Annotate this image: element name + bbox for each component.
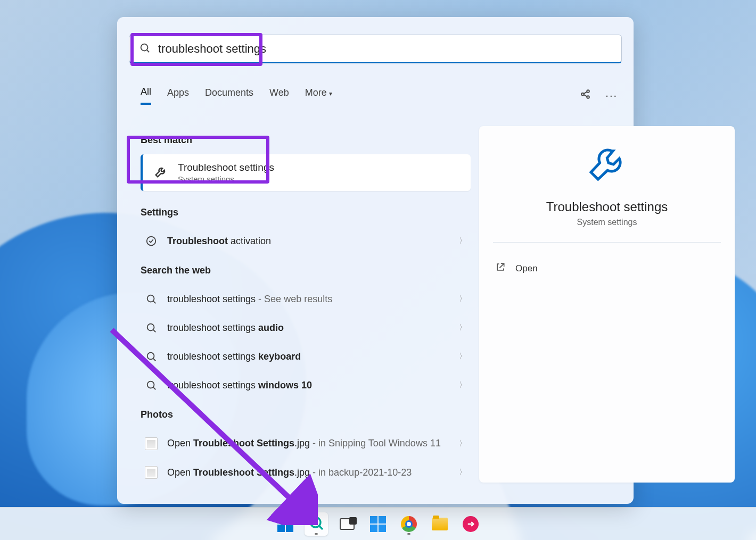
- svg-point-8: [147, 295, 154, 302]
- chevron-right-icon: 〉: [459, 352, 466, 361]
- chevron-right-icon: 〉: [459, 323, 466, 333]
- settings-result[interactable]: Troubleshoot activation 〉: [141, 227, 471, 255]
- svg-point-17: [310, 517, 321, 527]
- task-view-button[interactable]: [335, 512, 359, 536]
- web-result-text: troubleshoot settings audio: [167, 321, 449, 335]
- section-photos: Photos: [141, 409, 471, 420]
- preview-subtitle: System settings: [577, 218, 637, 227]
- svg-point-10: [147, 324, 154, 331]
- svg-point-14: [147, 381, 154, 388]
- start-search-panel: All Apps Documents Web More▾ ··· Best ma…: [117, 17, 634, 504]
- best-match-title: Troubleshoot settings: [178, 162, 274, 173]
- preview-title: Troubleshoot settings: [546, 200, 668, 214]
- svg-point-7: [147, 237, 156, 246]
- svg-line-5: [584, 92, 587, 94]
- chevron-right-icon: 〉: [459, 294, 466, 304]
- best-match-result[interactable]: Troubleshoot settings System settings: [141, 154, 471, 191]
- svg-line-15: [153, 388, 155, 390]
- web-result[interactable]: troubleshoot settings audio 〉: [141, 313, 471, 342]
- settings-result-text: Troubleshoot activation: [167, 234, 449, 248]
- chevron-down-icon: ▾: [329, 90, 332, 97]
- tab-more[interactable]: More▾: [305, 87, 332, 104]
- more-icon[interactable]: ···: [605, 89, 618, 102]
- search-tabs: All Apps Documents Web More▾ ···: [141, 86, 618, 105]
- image-thumb-icon: [145, 466, 158, 479]
- section-search-web: Search the web: [141, 265, 471, 276]
- section-settings: Settings: [141, 207, 471, 218]
- wrench-icon: [153, 164, 168, 181]
- search-icon: [145, 322, 158, 334]
- open-action[interactable]: Open: [493, 257, 721, 279]
- widgets-button[interactable]: [366, 512, 390, 536]
- photo-result[interactable]: Open Troubleshoot Settings.jpg - in Snip…: [141, 429, 471, 458]
- svg-line-11: [153, 330, 155, 332]
- share-icon[interactable]: [580, 88, 591, 103]
- taskbar-search-button[interactable]: [305, 512, 328, 536]
- results-column: Best match Troubleshoot settings System …: [141, 126, 471, 487]
- tab-documents[interactable]: Documents: [205, 87, 253, 104]
- web-result[interactable]: troubleshoot settings - See web results …: [141, 285, 471, 313]
- search-icon: [145, 379, 158, 391]
- svg-line-13: [153, 359, 155, 361]
- web-result[interactable]: troubleshoot settings keyboard 〉: [141, 342, 471, 371]
- chevron-right-icon: 〉: [459, 380, 466, 390]
- web-result[interactable]: troubleshoot settings windows 10 〉: [141, 371, 471, 400]
- web-result-text: troubleshoot settings windows 10: [167, 378, 449, 392]
- taskbar: ➜: [0, 507, 756, 540]
- svg-point-0: [141, 44, 148, 51]
- section-best-match: Best match: [141, 135, 471, 146]
- divider: [493, 242, 721, 243]
- tab-web[interactable]: Web: [269, 87, 289, 104]
- svg-line-9: [153, 301, 155, 303]
- tab-apps[interactable]: Apps: [167, 87, 189, 104]
- search-icon: [139, 42, 151, 56]
- wrench-icon: [586, 142, 628, 187]
- search-box-wrap: [129, 35, 622, 63]
- open-external-icon: [495, 262, 506, 275]
- search-box[interactable]: [129, 35, 622, 63]
- chrome-app-icon[interactable]: [397, 512, 421, 536]
- open-label: Open: [515, 263, 538, 274]
- file-explorer-icon[interactable]: [428, 512, 451, 536]
- photo-result[interactable]: Open Troubleshoot Settings.jpg - in back…: [141, 458, 471, 487]
- svg-line-6: [584, 95, 587, 97]
- check-circle-icon: [145, 235, 158, 247]
- web-result-text: troubleshoot settings - See web results: [167, 292, 449, 306]
- pinned-app-icon[interactable]: ➜: [459, 512, 482, 536]
- preview-pane: Troubleshoot settings System settings Op…: [479, 126, 735, 483]
- search-icon: [145, 293, 158, 305]
- best-match-subtitle: System settings: [178, 175, 274, 184]
- chevron-right-icon: 〉: [459, 468, 466, 477]
- chevron-right-icon: 〉: [459, 236, 466, 246]
- tab-all[interactable]: All: [141, 86, 151, 105]
- photo-result-text: Open Troubleshoot Settings.jpg - in Snip…: [167, 436, 449, 450]
- chevron-right-icon: 〉: [459, 439, 466, 448]
- search-icon: [145, 351, 158, 362]
- web-result-text: troubleshoot settings keyboard: [167, 350, 449, 363]
- start-button[interactable]: [274, 512, 297, 536]
- svg-point-12: [147, 353, 154, 360]
- svg-line-18: [319, 526, 323, 529]
- image-thumb-icon: [145, 437, 158, 450]
- svg-line-1: [147, 50, 149, 52]
- photo-result-text: Open Troubleshoot Settings.jpg - in back…: [167, 466, 449, 479]
- search-input[interactable]: [158, 42, 612, 56]
